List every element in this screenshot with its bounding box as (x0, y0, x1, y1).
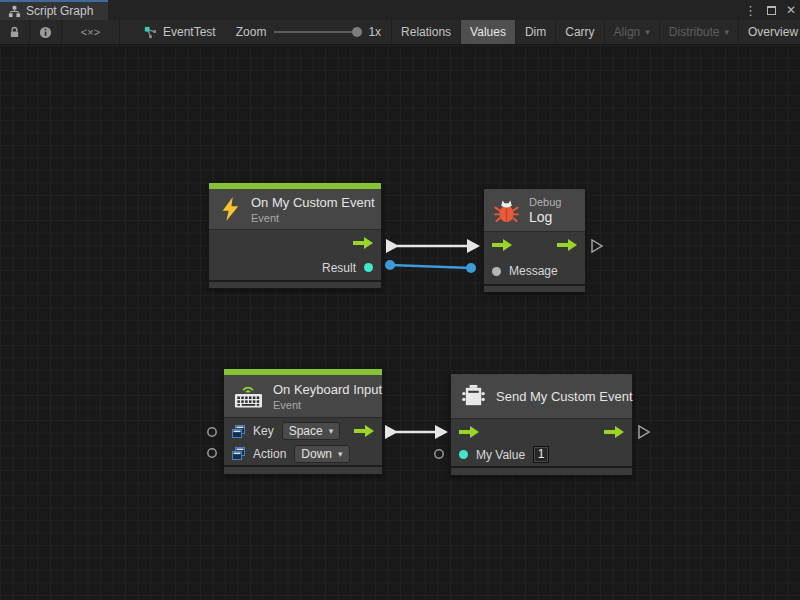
zoom-control: Zoom 1x (226, 20, 391, 44)
result-port-label: Result (322, 261, 356, 275)
node-subtitle: Event (273, 399, 382, 411)
node-body: Key Space Action Down (224, 418, 382, 465)
close-icon[interactable]: ✕ (786, 3, 796, 17)
node-send-my-custom-event[interactable]: Send My Custom Event My Value 1 (450, 373, 633, 476)
node-header: On Keyboard Input Event (224, 375, 382, 418)
flow-output-port[interactable] (353, 237, 373, 249)
script-graph-window: Script Graph ⋮ ✕ (0, 0, 800, 600)
action-dropdown[interactable]: Down (294, 445, 349, 463)
code-icon: <×> (81, 26, 100, 38)
keyboard-icon (234, 383, 263, 409)
node-title: Log (529, 209, 561, 225)
toolbar-button-values[interactable]: Values (460, 20, 515, 44)
graph-name: EventTest (163, 25, 216, 39)
node-title: On My Custom Event (251, 195, 375, 210)
node-footer (224, 465, 382, 474)
key-dropdown-value: Space (289, 424, 323, 438)
graph-canvas[interactable] (0, 45, 800, 600)
node-header: Send My Custom Event (451, 374, 632, 419)
title-bar: Script Graph ⋮ ✕ (0, 0, 800, 20)
lightning-bolt-icon (219, 196, 241, 222)
node-on-keyboard-input[interactable]: On Keyboard Input Event Key Space (223, 368, 383, 475)
node-title: On Keyboard Input (273, 382, 382, 397)
toolbar-button-distribute[interactable]: Distribute (659, 20, 738, 44)
flow-output-port[interactable] (557, 239, 577, 251)
key-dropdown[interactable]: Space (282, 422, 341, 440)
node-on-my-custom-event[interactable]: On My Custom Event Event Result (208, 182, 382, 289)
csharp-preview-button[interactable]: <×> (62, 20, 120, 44)
node-subtitle: Event (251, 212, 375, 224)
graph-hierarchy-icon (8, 5, 21, 18)
tab-title: Script Graph (26, 4, 93, 18)
message-port-label: Message (509, 264, 558, 278)
lock-button[interactable] (0, 20, 30, 44)
node-title: Send My Custom Event (496, 389, 633, 404)
window-controls: ⋮ ✕ (744, 0, 796, 20)
node-body: Message (484, 232, 585, 284)
tab-script-graph[interactable]: Script Graph (0, 0, 108, 20)
zoom-slider-handle[interactable] (352, 27, 362, 37)
my-value-input[interactable]: 1 (533, 446, 549, 463)
graph-asset-icon (144, 26, 157, 39)
custom-event-machine-icon (461, 384, 486, 409)
toolbar-button-dim[interactable]: Dim (515, 20, 555, 44)
window-menu-icon[interactable]: ⋮ (744, 3, 757, 18)
toolbar-button-relations[interactable]: Relations (391, 20, 460, 44)
node-header: On My Custom Event Event (209, 189, 381, 230)
flow-input-port[interactable] (492, 239, 512, 251)
maximize-icon[interactable] (767, 6, 776, 15)
view-toggle-group: Relations Values Dim Carry Align Distrib… (391, 20, 800, 44)
action-dropdown-value: Down (301, 447, 332, 461)
action-port-label: Action (253, 447, 286, 461)
lock-icon (9, 26, 20, 39)
node-body: My Value 1 (451, 419, 632, 466)
node-category: Debug (529, 196, 561, 208)
node-footer (484, 284, 585, 292)
result-value-port[interactable] (364, 263, 373, 272)
toolbar-spacer (120, 20, 134, 44)
node-debug-log[interactable]: Debug Log Message (483, 188, 586, 293)
graph-breadcrumb[interactable]: EventTest (134, 20, 226, 44)
flow-input-port[interactable] (459, 426, 479, 438)
zoom-label: Zoom (236, 25, 267, 39)
flow-output-port[interactable] (604, 426, 624, 438)
key-port-label: Key (253, 424, 274, 438)
message-value-port[interactable] (492, 267, 501, 276)
toolbar-button-align[interactable]: Align (604, 20, 659, 44)
zoom-value: 1x (368, 25, 381, 39)
bug-icon (494, 198, 519, 223)
node-footer (209, 280, 381, 288)
toolbar-button-overview[interactable]: Overview (738, 20, 800, 44)
node-body: Result (209, 230, 381, 280)
node-footer (451, 466, 632, 475)
zoom-slider[interactable] (274, 31, 360, 33)
enum-icon (232, 425, 245, 438)
flow-output-port[interactable] (354, 425, 374, 437)
node-header: Debug Log (484, 189, 585, 232)
my-value-port[interactable] (459, 450, 468, 459)
info-icon (39, 26, 52, 39)
graph-toolbar: <×> EventTest Zoom 1x Relations Valu (0, 20, 800, 45)
enum-icon (232, 447, 245, 460)
inspect-button[interactable] (30, 20, 62, 44)
toolbar-button-carry[interactable]: Carry (555, 20, 603, 44)
my-value-port-label: My Value (476, 448, 525, 462)
